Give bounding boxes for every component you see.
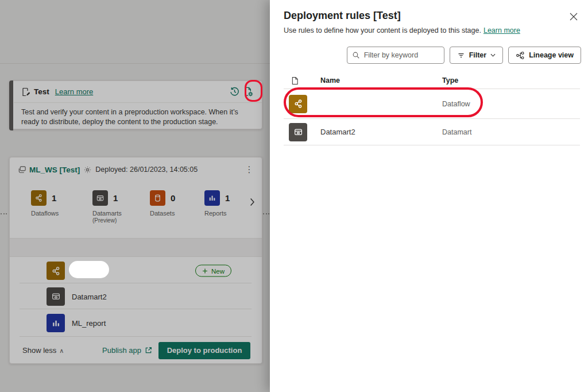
panel-title: Deployment rules [Test] (284, 10, 401, 22)
table-row-dataflow[interactable]: Dataflow (284, 89, 580, 119)
lineage-view-button[interactable]: Lineage view (508, 47, 581, 64)
document-icon (291, 76, 320, 85)
name-column-header: Name (320, 76, 442, 84)
filter-icon (457, 52, 465, 59)
row-type-cell: Datamart (442, 128, 580, 136)
dataflow-icon (289, 95, 307, 113)
panel-subtitle: Use rules to define how your content is … (284, 26, 520, 34)
deployment-rules-panel: Deployment rules [Test] Use rules to def… (270, 0, 588, 392)
panel-learn-more-link[interactable]: Learn more (483, 26, 520, 34)
table-header-row: Name Type (284, 72, 580, 89)
panel-toolbar: Filter Lineage view (270, 47, 581, 64)
type-column-header: Type (442, 76, 580, 84)
deployment-pipelines-screen: Test Learn more Test and verify your c (0, 0, 588, 392)
row-type-cell: Dataflow (442, 100, 580, 108)
close-icon[interactable] (566, 9, 581, 24)
chevron-down-icon (490, 53, 496, 57)
filter-button[interactable]: Filter (450, 47, 504, 64)
search-input[interactable] (364, 51, 433, 59)
rules-table: Name Type Dataflow (284, 72, 580, 145)
keyword-filter-searchbox[interactable] (347, 47, 444, 64)
row-name-cell: Datamart2 (320, 128, 442, 136)
datamart-icon (289, 123, 307, 141)
search-icon (352, 51, 360, 59)
lineage-icon (516, 51, 525, 60)
modal-dim-overlay (0, 0, 270, 392)
table-row-datamart2[interactable]: Datamart2 Datamart (284, 119, 580, 145)
